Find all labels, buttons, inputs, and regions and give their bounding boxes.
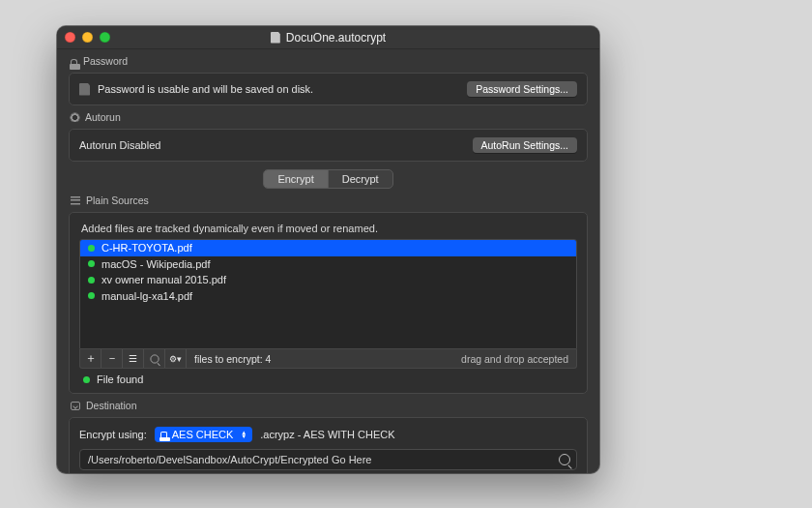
file-row[interactable]: C-HR-TOYOTA.pdf: [80, 240, 576, 256]
window-title: DocuOne.autocrypt: [57, 31, 599, 45]
destination-header: Destination: [69, 400, 588, 411]
file-row[interactable]: manual-lg-xa14.pdf: [80, 288, 576, 305]
destination-icon: [71, 402, 80, 410]
password-box: Password is usable and will be saved on …: [69, 73, 588, 105]
algorithm-select[interactable]: AES CHECK ▲▼: [155, 427, 253, 442]
document-icon: [271, 32, 280, 44]
add-button[interactable]: ＋: [80, 349, 102, 368]
file-found-row: File found: [79, 369, 577, 385]
file-row[interactable]: xv owner manual 2015.pdf: [80, 272, 576, 288]
chevron-updown-icon: ▲▼: [241, 431, 246, 438]
tab-decrypt[interactable]: Decrypt: [329, 170, 392, 188]
password-header: Password: [69, 55, 588, 67]
search-button[interactable]: [144, 349, 165, 368]
tab-encrypt[interactable]: Encrypt: [264, 170, 328, 188]
lock-icon: [71, 59, 77, 64]
drag-drop-hint: drag and drop accepted: [453, 353, 576, 365]
sources-header-label: Plain Sources: [86, 194, 149, 206]
file-name: xv owner manual 2015.pdf: [102, 274, 226, 285]
password-message: Password is usable and will be saved on …: [98, 83, 313, 95]
algorithm-name: AES CHECK: [172, 429, 234, 440]
file-toolbar: ＋ － ☰ ⚙︎▾ files to encrypt: 4 drag and d…: [79, 349, 577, 369]
autorun-settings-button[interactable]: AutoRun Settings: [473, 137, 577, 153]
lock-icon: [160, 432, 167, 438]
autorun-box: Autorun Disabled AutoRun Settings: [69, 129, 588, 162]
file-list[interactable]: C-HR-TOYOTA.pdfmacOS - Wikipedia.pdfxv o…: [79, 239, 577, 349]
list-icon: [71, 196, 80, 205]
sort-button[interactable]: ☰: [123, 349, 144, 368]
sources-panel: Added files are tracked dynamically even…: [69, 212, 588, 394]
status-dot-icon: [83, 376, 90, 383]
title-text: DocuOne.autocrypt: [286, 31, 386, 45]
sources-hint: Added files are tracked dynamically even…: [79, 221, 577, 239]
file-row[interactable]: macOS - Wikipedia.pdf: [80, 256, 576, 273]
file-found-label: File found: [97, 374, 143, 385]
file-count-label: files to encrypt: 4: [187, 353, 278, 365]
titlebar: DocuOne.autocrypt: [57, 26, 599, 49]
password-settings-button[interactable]: Password Settings: [467, 81, 577, 97]
mode-tabs: Encrypt Decrypt: [263, 169, 392, 189]
destination-path-input[interactable]: [88, 454, 553, 465]
remove-button[interactable]: －: [102, 349, 123, 368]
file-name: C-HR-TOYOTA.pdf: [102, 242, 192, 254]
status-dot-icon: [88, 260, 95, 267]
sources-header: Plain Sources: [69, 194, 588, 206]
file-name: macOS - Wikipedia.pdf: [102, 258, 210, 270]
destination-panel: Encrypt using: AES CHECK ▲▼ .acrypz - AE…: [69, 417, 588, 473]
file-icon: [79, 83, 90, 96]
destination-path-field[interactable]: [79, 449, 577, 470]
file-name: manual-lg-xa14.pdf: [102, 290, 192, 302]
status-dot-icon: [88, 245, 95, 252]
algorithm-suffix: .acrypz - AES WITH CHECK: [260, 429, 394, 440]
encrypt-using-label: Encrypt using:: [79, 429, 147, 440]
options-button[interactable]: ⚙︎▾: [165, 349, 187, 368]
destination-header-label: Destination: [86, 400, 137, 411]
autorun-status: Autorun Disabled: [79, 139, 160, 151]
gear-icon: [71, 113, 79, 122]
search-icon[interactable]: [559, 454, 570, 465]
autorun-header: Autorun: [69, 111, 588, 123]
app-window: DocuOne.autocrypt Password Password is u…: [57, 26, 599, 473]
status-dot-icon: [88, 277, 95, 284]
password-header-label: Password: [83, 55, 128, 67]
autorun-header-label: Autorun: [85, 111, 121, 123]
status-dot-icon: [88, 292, 95, 299]
